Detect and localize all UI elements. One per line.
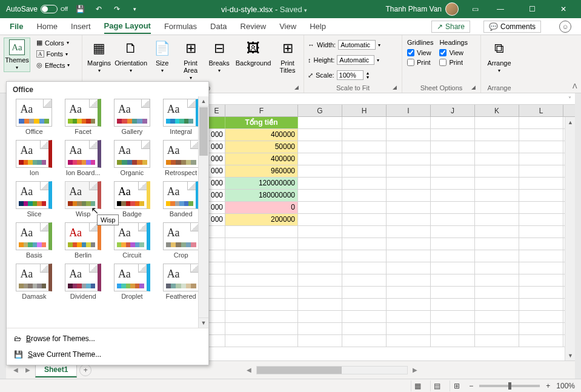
launcher-icon[interactable]: ◢	[471, 84, 476, 90]
cell[interactable]: 000	[208, 165, 225, 177]
file-tab[interactable]: File	[10, 19, 23, 33]
cell[interactable]	[475, 165, 519, 177]
maximize-icon[interactable]: ☐	[518, 0, 546, 18]
save-icon[interactable]: 💾	[73, 1, 88, 17]
cell[interactable]	[225, 274, 298, 286]
cell[interactable]	[298, 178, 342, 189]
qat-customize-icon[interactable]: ▾	[127, 1, 143, 17]
cell[interactable]	[431, 165, 475, 177]
cell[interactable]	[431, 214, 475, 225]
cell[interactable]	[342, 335, 387, 347]
cell[interactable]: 000	[208, 190, 225, 201]
tab-data[interactable]: Data	[210, 19, 227, 33]
cell[interactable]	[475, 202, 519, 213]
cell[interactable]	[431, 262, 475, 274]
gallery-scrollbar[interactable]: ▲ ▼	[198, 96, 208, 328]
cell[interactable]	[519, 226, 563, 238]
theme-item-office[interactable]: AaOffice	[12, 98, 57, 136]
cell[interactable]	[342, 129, 387, 141]
cell[interactable]	[431, 190, 475, 201]
cell[interactable]	[342, 165, 387, 177]
cell[interactable]	[431, 226, 475, 238]
cell[interactable]	[431, 311, 475, 322]
hscroll-right-icon[interactable]: ▶	[410, 367, 420, 373]
cell[interactable]	[342, 202, 387, 213]
fonts-button[interactable]: AFonts ▾	[34, 49, 72, 59]
cell[interactable]	[519, 299, 563, 310]
cell[interactable]	[225, 287, 298, 298]
cell[interactable]	[387, 299, 431, 310]
cell[interactable]	[225, 226, 298, 238]
sheet-nav-next-icon[interactable]: ▶	[23, 367, 33, 373]
scale-input[interactable]	[337, 70, 364, 80]
save-theme-item[interactable]: 💾Save Current Theme...	[7, 347, 208, 362]
launcher-icon[interactable]: ◢	[393, 84, 397, 90]
theme-item-integral[interactable]: AaIntegral	[158, 98, 204, 136]
height-input[interactable]	[337, 55, 374, 65]
zoom-slider[interactable]	[479, 385, 540, 387]
cell[interactable]: 000	[208, 214, 225, 225]
column-header[interactable]: K	[475, 105, 519, 116]
zoom-in-button[interactable]: +	[546, 382, 550, 390]
cell[interactable]	[431, 202, 475, 213]
headings-print-checkbox[interactable]: Print	[438, 58, 468, 67]
theme-item-dividend[interactable]: AaDividend	[61, 262, 106, 301]
close-icon[interactable]: ✕	[549, 0, 577, 18]
cell[interactable]: 180000000	[225, 190, 298, 201]
cell[interactable]	[475, 250, 519, 262]
column-header[interactable]: I	[387, 105, 431, 116]
cell[interactable]	[208, 250, 225, 262]
cell[interactable]	[519, 129, 563, 141]
cell[interactable]	[208, 262, 225, 274]
theme-item-gallery[interactable]: AaGallery	[110, 98, 155, 136]
effects-button[interactable]: ◎Effects ▾	[34, 60, 72, 70]
cell[interactable]	[342, 323, 387, 334]
cell[interactable]	[208, 287, 225, 298]
cell[interactable]	[519, 178, 563, 189]
cell[interactable]	[208, 238, 225, 250]
cell[interactable]	[342, 311, 387, 322]
cell[interactable]	[208, 299, 225, 310]
cell[interactable]	[342, 238, 387, 250]
cell[interactable]	[298, 153, 342, 165]
cell[interactable]	[298, 250, 342, 262]
cell[interactable]	[519, 141, 563, 153]
cell[interactable]	[342, 214, 387, 225]
cell[interactable]	[225, 262, 298, 274]
cell[interactable]	[475, 117, 519, 128]
cell[interactable]	[342, 262, 387, 274]
cell[interactable]	[342, 299, 387, 310]
tab-view[interactable]: View	[279, 19, 296, 33]
cell[interactable]	[225, 250, 298, 262]
colors-button[interactable]: ▦Colors ▾	[34, 38, 72, 48]
cell[interactable]	[342, 190, 387, 201]
theme-item-basis[interactable]: AaBasis	[12, 221, 57, 260]
cell[interactable]	[298, 287, 342, 298]
cell[interactable]	[298, 190, 342, 201]
cell[interactable]	[298, 311, 342, 322]
cell[interactable]	[475, 190, 519, 201]
cell[interactable]	[208, 323, 225, 334]
cell[interactable]	[208, 311, 225, 322]
cell[interactable]	[298, 238, 342, 250]
cell[interactable]: 000	[208, 141, 225, 153]
theme-item-circuit[interactable]: AaCircuit	[110, 221, 155, 260]
column-header[interactable]: J	[431, 105, 475, 116]
column-header[interactable]: L	[519, 105, 563, 116]
cell[interactable]	[208, 335, 225, 347]
cell[interactable]	[387, 287, 431, 298]
cell[interactable]	[519, 323, 563, 334]
cell[interactable]	[298, 299, 342, 310]
column-header[interactable]: F	[225, 105, 298, 116]
theme-item-droplet[interactable]: AaDroplet	[110, 262, 155, 301]
tab-help[interactable]: Help	[310, 19, 326, 33]
cell[interactable]	[519, 165, 563, 177]
cell[interactable]	[387, 117, 431, 128]
cell[interactable]	[387, 165, 431, 177]
cell[interactable]	[225, 238, 298, 250]
cell[interactable]	[431, 323, 475, 334]
width-input[interactable]	[338, 40, 376, 50]
cell[interactable]	[431, 129, 475, 141]
cell[interactable]: 50000	[225, 141, 298, 153]
cell[interactable]	[431, 335, 475, 347]
